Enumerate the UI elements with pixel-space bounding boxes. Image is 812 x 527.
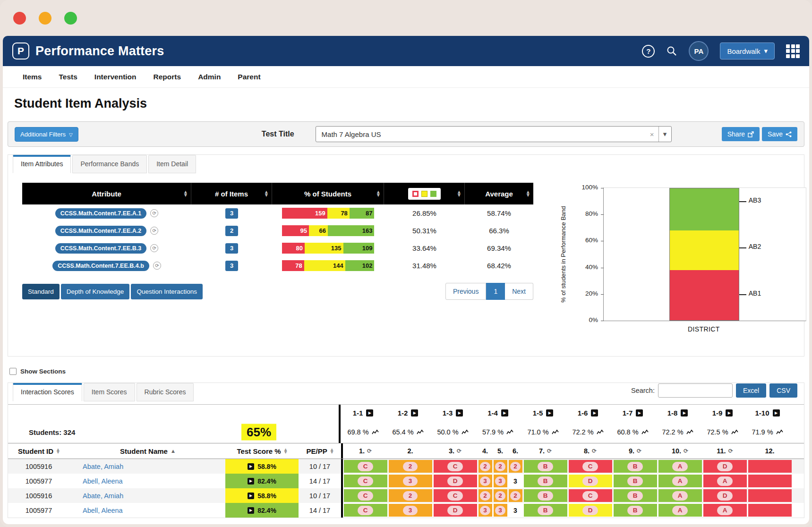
standard-detail-icon[interactable]: ⟳	[150, 244, 158, 252]
trend-icon[interactable]	[686, 429, 693, 435]
avatar[interactable]: PA	[689, 41, 709, 61]
response-pill[interactable]: C	[447, 462, 463, 471]
response-pill[interactable]: B	[538, 506, 554, 515]
response-pill[interactable]: C	[582, 462, 598, 471]
item-column-header[interactable]: 5.	[493, 443, 508, 459]
standard-detail-icon[interactable]: ⟳	[153, 262, 161, 270]
share-button[interactable]: Share	[722, 127, 760, 141]
item-play-icon[interactable]: ▶	[411, 409, 418, 416]
response-pill[interactable]: C	[447, 491, 463, 501]
item-play-icon[interactable]: ▶	[681, 409, 688, 416]
response-pill[interactable]: A	[717, 476, 733, 486]
item-column-header[interactable]: 2.	[388, 443, 433, 459]
nav-item-items[interactable]: Items	[23, 73, 42, 81]
nav-item-admin[interactable]: Admin	[198, 73, 221, 81]
interaction-type-icon[interactable]: ⟳	[684, 448, 688, 454]
col-header-num-items[interactable]: # of Items	[191, 183, 272, 204]
interaction-type-icon[interactable]: ⟳	[457, 448, 462, 454]
interaction-type-icon[interactable]: ⟳	[637, 448, 641, 454]
response-pill[interactable]: 2	[403, 462, 418, 471]
close-window-icon[interactable]	[13, 12, 26, 25]
col-header-attribute[interactable]: Attribute	[22, 183, 191, 204]
standard-pill[interactable]: CCSS.Math.Content.7.EE.B.4.b	[52, 261, 149, 271]
item-count-button[interactable]: 3	[225, 243, 238, 254]
question-interactions-button[interactable]: Question Interactions	[131, 284, 203, 299]
export-csv-button[interactable]: CSV	[769, 383, 797, 398]
student-name-link[interactable]: Abate, Amiah	[83, 463, 123, 470]
response-pill[interactable]: 2	[495, 491, 505, 501]
response-pill[interactable]: 3	[480, 476, 490, 486]
response-pill[interactable]: D	[447, 506, 463, 515]
sort-icon[interactable]	[57, 448, 60, 454]
item-column-header[interactable]: 1.⟳	[343, 443, 388, 459]
student-name-link[interactable]: Abate, Amiah	[83, 492, 123, 500]
item-column-header[interactable]: 8.⟳	[568, 443, 613, 459]
response-pill[interactable]: 3	[495, 506, 505, 515]
response-pill[interactable]: D	[582, 506, 598, 515]
trend-icon[interactable]	[641, 429, 649, 435]
item-column-header[interactable]: 7.⟳	[523, 443, 568, 459]
col-header-student-name[interactable]: Student Name	[69, 443, 225, 459]
student-name-link[interactable]: Abell, Aleena	[83, 507, 123, 514]
response-pill[interactable]: A	[672, 506, 688, 515]
item-count-button[interactable]: 3	[225, 208, 238, 219]
item-group-header[interactable]: 1-10▶	[745, 405, 790, 421]
trend-icon[interactable]	[417, 429, 424, 435]
response-pill[interactable]: 2	[480, 491, 490, 501]
sort-icon[interactable]	[331, 448, 333, 454]
item-count-button[interactable]: 3	[225, 261, 238, 271]
item-group-header[interactable]: 1-8▶	[655, 405, 700, 421]
response-pill[interactable]: C	[358, 506, 374, 515]
test-title-select[interactable]: Math 7 Algebra US ×	[316, 126, 672, 142]
show-sections-checkbox[interactable]	[9, 368, 17, 375]
trend-icon[interactable]	[731, 429, 738, 435]
interaction-type-icon[interactable]: ⟳	[592, 448, 597, 454]
sort-icon[interactable]	[184, 190, 187, 197]
item-column-header[interactable]: 6.	[508, 443, 523, 459]
item-play-icon[interactable]: ▶	[366, 409, 373, 416]
app-grid-icon[interactable]	[786, 44, 800, 58]
interaction-type-icon[interactable]: ⟳	[367, 448, 372, 454]
item-group-header[interactable]: 1-1▶	[341, 405, 385, 421]
clear-selection-icon[interactable]: ×	[650, 130, 654, 138]
item-column-header[interactable]: 3.⟳	[433, 443, 478, 459]
response-pill[interactable]: 2	[480, 462, 490, 471]
response-pill[interactable]: A	[672, 476, 688, 486]
trend-icon[interactable]	[372, 429, 379, 435]
item-group-header[interactable]: 1-7▶	[610, 405, 655, 421]
minimize-window-icon[interactable]	[39, 12, 51, 25]
search-icon[interactable]	[666, 45, 677, 57]
response-pill[interactable]: 3	[495, 476, 505, 486]
student-name-link[interactable]: Abell, Aleena	[83, 477, 123, 485]
interaction-type-icon[interactable]: ⟳	[728, 448, 733, 454]
score-play-icon[interactable]: ▶	[248, 463, 254, 470]
response-pill[interactable]: B	[538, 462, 554, 471]
trend-icon[interactable]	[552, 429, 559, 435]
tab-performance-bands[interactable]: Performance Bands	[72, 155, 147, 173]
item-column-header[interactable]: 10.⟳	[658, 443, 702, 459]
score-play-icon[interactable]: ▶	[248, 478, 254, 484]
item-play-icon[interactable]: ▶	[591, 409, 598, 416]
item-group-header[interactable]: 1-4▶	[475, 405, 521, 421]
sort-icon[interactable]	[458, 190, 461, 197]
search-input[interactable]	[658, 383, 733, 398]
response-pill[interactable]: B	[538, 476, 554, 486]
additional-filters-button[interactable]: Additional Filters	[15, 127, 78, 142]
item-group-header[interactable]: 1-2▶	[385, 405, 430, 421]
response-pill[interactable]: C	[358, 462, 374, 471]
item-play-icon[interactable]: ▶	[501, 409, 508, 416]
nav-item-reports[interactable]: Reports	[154, 73, 181, 81]
sort-icon[interactable]	[527, 190, 530, 197]
trend-icon[interactable]	[597, 429, 604, 435]
col-header-band-legend[interactable]	[384, 183, 465, 204]
standard-pill[interactable]: CCSS.Math.Content.7.EE.B.3	[55, 243, 147, 254]
tab-item-detail[interactable]: Item Detail	[148, 155, 196, 173]
sort-icon[interactable]	[284, 448, 287, 454]
response-pill[interactable]: 3	[480, 506, 490, 515]
nav-item-tests[interactable]: Tests	[59, 73, 77, 81]
next-page-button[interactable]: Next	[505, 283, 533, 300]
score-play-icon[interactable]: ▶	[248, 507, 254, 514]
item-play-icon[interactable]: ▶	[773, 409, 780, 416]
item-play-icon[interactable]: ▶	[546, 409, 553, 416]
interaction-type-icon[interactable]: ⟳	[547, 448, 552, 454]
